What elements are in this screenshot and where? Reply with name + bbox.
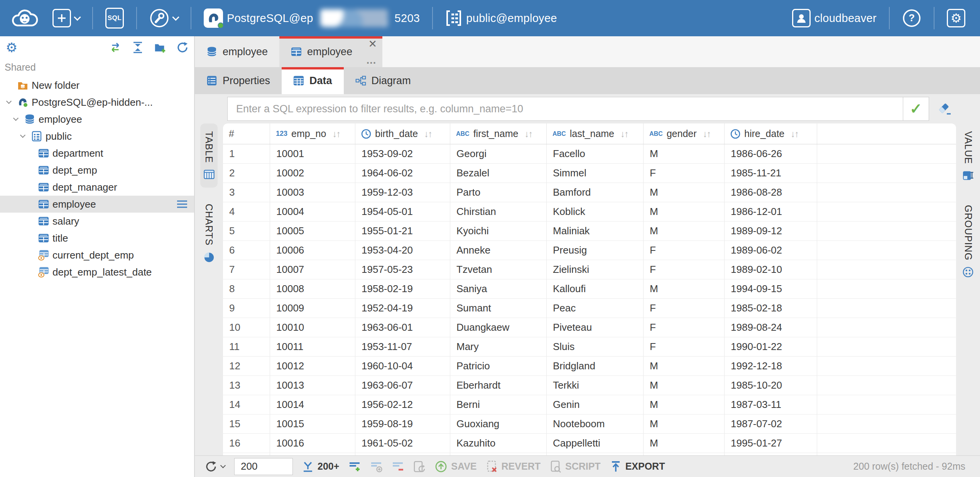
expander-chevron-icon[interactable]: [18, 133, 28, 140]
sort-icon[interactable]: ↓↑: [703, 129, 711, 139]
last-name-cell[interactable]: Nooteboom: [547, 414, 644, 433]
save-button[interactable]: SAVE: [435, 460, 476, 473]
last-name-cell[interactable]: Facello: [547, 144, 644, 163]
tree-item[interactable]: employee: [0, 111, 194, 128]
tree-item[interactable]: dept_emp_latest_date: [0, 264, 194, 281]
hire-date-cell[interactable]: 1985-11-21: [725, 164, 817, 183]
tree-item[interactable]: employee: [0, 196, 194, 213]
table-row[interactable]: 5 10005 1955-01-21 Kyoichi Maliniak M 19…: [223, 222, 956, 241]
sort-icon[interactable]: ↓↑: [332, 129, 340, 139]
sort-icon[interactable]: ↓↑: [620, 129, 628, 139]
hire-date-cell[interactable]: 1986-12-01: [725, 202, 817, 221]
collapse-all-button[interactable]: [132, 41, 144, 54]
first-name-cell[interactable]: Kazuhito: [450, 434, 547, 453]
row-index-cell[interactable]: 8: [223, 279, 270, 298]
tree-item[interactable]: salary: [0, 213, 194, 230]
last-name-cell[interactable]: Piveteau: [547, 318, 644, 337]
birth-date-cell[interactable]: 1963-06-07: [355, 376, 450, 395]
row-index-cell[interactable]: 16: [223, 434, 270, 453]
tree-item[interactable]: dept_manager: [0, 179, 194, 196]
gender-cell[interactable]: F: [644, 318, 725, 337]
column-header[interactable]: 123 emp_no ↓↑: [270, 123, 355, 144]
row-menu-icon[interactable]: [176, 200, 188, 208]
last-name-cell[interactable]: Bridgland: [547, 357, 644, 376]
birth-date-cell[interactable]: 1953-09-02: [355, 144, 450, 163]
sql-editor-button[interactable]: SQL: [100, 0, 129, 36]
emp-no-cell[interactable]: 10015: [270, 414, 355, 433]
emp-no-cell[interactable]: 10014: [270, 395, 355, 414]
first-name-cell[interactable]: Kyoichi: [450, 222, 547, 240]
fetch-more-button[interactable]: 200+: [302, 461, 339, 472]
gender-cell[interactable]: M: [644, 144, 725, 163]
gender-cell[interactable]: M: [644, 279, 725, 298]
gender-cell[interactable]: F: [644, 260, 725, 279]
hire-date-cell[interactable]: 1989-08-24: [725, 318, 817, 337]
last-name-cell[interactable]: Peac: [547, 299, 644, 318]
last-name-cell[interactable]: Koblick: [547, 202, 644, 221]
hire-date-cell[interactable]: 1994-09-15: [725, 279, 817, 298]
expander-chevron-icon[interactable]: [11, 116, 21, 123]
object-view-tab[interactable]: Properties: [195, 67, 282, 94]
emp-no-cell[interactable]: 10011: [270, 337, 355, 356]
hire-date-cell[interactable]: 1990-01-22: [725, 337, 817, 356]
clear-filter-button[interactable]: [934, 99, 955, 119]
first-name-cell[interactable]: Anneke: [450, 241, 547, 260]
hire-date-cell[interactable]: 1987-07-02: [725, 414, 817, 433]
hire-date-cell[interactable]: 1989-09-12: [725, 222, 817, 240]
refresh-tree-button[interactable]: [176, 41, 189, 54]
hire-date-cell[interactable]: 1986-08-28: [725, 183, 817, 202]
table-row[interactable]: 12 10012 1960-10-04 Patricio Bridgland M…: [223, 357, 956, 376]
gender-cell[interactable]: F: [644, 337, 725, 356]
gender-cell[interactable]: M: [644, 395, 725, 414]
link-with-editor-button[interactable]: [109, 41, 122, 54]
settings-button[interactable]: ⚙: [941, 0, 971, 36]
birth-date-cell[interactable]: 1953-11-07: [355, 337, 450, 356]
row-index-cell[interactable]: 15: [223, 414, 270, 433]
sort-icon[interactable]: ↓↑: [791, 129, 798, 139]
birth-date-cell[interactable]: 1963-06-01: [355, 318, 450, 337]
row-index-cell[interactable]: 6: [223, 241, 270, 260]
hire-date-cell[interactable]: 1995-01-27: [725, 434, 817, 453]
export-button[interactable]: EXPORT: [610, 460, 665, 473]
new-object-button[interactable]: [47, 0, 85, 36]
first-name-cell[interactable]: Chirstian: [450, 202, 547, 221]
index-column-header[interactable]: #: [223, 123, 270, 144]
row-index-cell[interactable]: 11: [223, 337, 270, 356]
row-index-cell[interactable]: 12: [223, 357, 270, 376]
birth-date-cell[interactable]: 1958-02-19: [355, 279, 450, 298]
editor-tab[interactable]: employee ✕ ...: [279, 36, 382, 67]
hire-date-cell[interactable]: 1985-02-18: [725, 299, 817, 318]
presentation-tab[interactable]: TABLE: [200, 123, 218, 188]
hire-date-cell[interactable]: 1989-02-10: [725, 260, 817, 279]
table-row[interactable]: 11 10011 1953-11-07 Mary Sluis F 1990-01…: [223, 337, 956, 357]
first-name-cell[interactable]: Duangkaew: [450, 318, 547, 337]
editor-tab[interactable]: employee: [195, 36, 279, 67]
birth-date-cell[interactable]: 1960-10-04: [355, 357, 450, 376]
gender-cell[interactable]: M: [644, 414, 725, 433]
last-name-cell[interactable]: Maliniak: [547, 222, 644, 240]
table-row[interactable]: 16 10016 1961-05-02 Kazuhito Cappelletti…: [223, 434, 956, 453]
gender-cell[interactable]: F: [644, 241, 725, 260]
fetch-size-input[interactable]: [234, 458, 293, 475]
birth-date-cell[interactable]: 1955-01-21: [355, 222, 450, 240]
hire-date-cell[interactable]: 1987-03-11: [725, 395, 817, 414]
row-index-cell[interactable]: 13: [223, 376, 270, 395]
script-button[interactable]: SCRIPT: [550, 460, 601, 473]
help-button[interactable]: ?: [897, 0, 927, 36]
first-name-cell[interactable]: Guoxiang: [450, 414, 547, 433]
row-index-cell[interactable]: 14: [223, 395, 270, 414]
sql-filter-input[interactable]: [227, 97, 903, 121]
table-row[interactable]: 4 10004 1954-05-01 Chirstian Koblick M 1…: [223, 202, 956, 222]
emp-no-cell[interactable]: 10005: [270, 222, 355, 240]
emp-no-cell[interactable]: 10007: [270, 260, 355, 279]
revert-button[interactable]: REVERT: [486, 460, 541, 473]
gender-cell[interactable]: M: [644, 376, 725, 395]
birth-date-cell[interactable]: 1964-06-02: [355, 164, 450, 183]
new-folder-button[interactable]: [154, 41, 166, 54]
schema-selector[interactable]: public@employee: [440, 0, 562, 36]
row-index-cell[interactable]: 9: [223, 299, 270, 318]
row-index-cell[interactable]: 1: [223, 144, 270, 163]
tree-item[interactable]: public: [0, 128, 194, 145]
close-icon[interactable]: ✕: [368, 38, 377, 50]
emp-no-cell[interactable]: 10016: [270, 434, 355, 453]
